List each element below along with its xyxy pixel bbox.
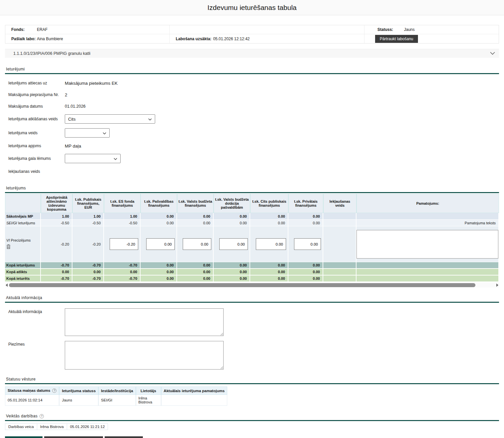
row-label: Kopā atlikts xyxy=(5,269,41,275)
cell-value: -0.50 xyxy=(104,220,141,226)
section-rule xyxy=(5,383,499,384)
municipality-input[interactable] xyxy=(146,238,175,250)
cell-value: 0.00 xyxy=(214,262,250,269)
justification-textarea[interactable] xyxy=(356,230,498,259)
row-label: SEI/GI Ieturējums xyxy=(5,220,41,226)
state-budget-input[interactable] xyxy=(183,238,211,250)
discovery-type-select[interactable]: Cits xyxy=(65,114,155,124)
horizontal-scrollbar[interactable] xyxy=(5,282,499,287)
col-header-withholding-status[interactable]: Ieturējuma statuss xyxy=(59,386,98,395)
col-header-justification: Pamatojums: xyxy=(356,194,499,213)
footer-buttons: Saglabāt Saglabāt un atgriezties Atgriez… xyxy=(5,436,499,438)
stop-editing-button[interactable]: Pārtraukt labošanu xyxy=(375,35,418,43)
cell-value: 0.00 xyxy=(72,269,104,275)
chevron-down-icon xyxy=(114,156,117,161)
cell-value: 0.00 xyxy=(177,213,214,220)
table-row-vi-adjustment: VI Precizējums -0.20 -0.20 xyxy=(5,226,499,262)
section-title-status-history: Statusu vēsture xyxy=(6,377,499,382)
request-nr-value: 2 xyxy=(65,92,67,97)
action-performed-timestamp: 05.01.2026 11:21:12 xyxy=(67,423,108,430)
info-empty-cell xyxy=(170,25,364,34)
action-performed-by-label: Darbības veica xyxy=(5,423,37,430)
table-row-total-withheld: Kopā ieturēts -0.70 -0.70 -0.70 0.00 0.0… xyxy=(5,275,499,282)
row-label: Kopā ieturēts xyxy=(5,275,41,282)
cell-value: 0.00 xyxy=(214,269,250,275)
cell-value: -0.70 xyxy=(104,275,141,282)
scroll-right-arrow[interactable] xyxy=(496,283,498,287)
cell-value: -0.70 xyxy=(72,262,104,269)
col-header-private: t.sk. Privātais finansējums xyxy=(288,194,323,213)
col-header-state-grant: t.sk. Valsts budžeta dotācija pašvaldībā… xyxy=(214,194,250,213)
col-header-status-change-date[interactable]: Statusa maiņas datums? xyxy=(5,386,59,395)
row-label: VI Precizējums xyxy=(5,226,41,262)
col-header-user[interactable]: Lietotājs xyxy=(136,386,161,395)
cell-value: 0.00 xyxy=(214,275,250,282)
save-and-return-button[interactable]: Saglabāt un atgriezties xyxy=(44,436,103,438)
status-label: Statuss: xyxy=(377,27,404,32)
col-header-approved-total: Apstiprinātā attiecināmo izdevumu kopsum… xyxy=(41,194,72,213)
scrollbar-thumb[interactable] xyxy=(9,283,475,287)
current-info-textarea[interactable] xyxy=(65,308,224,336)
cell-value: 0.00 xyxy=(288,262,323,269)
cell-value: 0.00 xyxy=(141,269,177,275)
justification-text-label: Pamatojuma teksts xyxy=(356,220,499,226)
relates-to-label: Ieturējums attiecas uz xyxy=(8,81,65,85)
table-row-sei-gi: SEI/GI Ieturējums -0.50 -0.50 -0.50 0.00… xyxy=(5,220,499,226)
cell-inclusion xyxy=(323,275,356,282)
type-select[interactable] xyxy=(65,128,110,138)
cell-value: -0.50 xyxy=(72,220,104,226)
type-label: Ieturējuma veids xyxy=(8,131,65,135)
cell-value: 0.00 xyxy=(250,269,288,275)
col-header-current-justification[interactable]: Aktuālais ieturējuma pamatojums xyxy=(161,386,227,395)
discovery-type-label: Ieturējuma atklāšanas veids xyxy=(8,117,65,121)
chevron-down-icon[interactable] xyxy=(490,51,495,56)
cell-value: 0.00 xyxy=(250,275,288,282)
status-history-row: 05.01.2026 11:02:14 Jauns SEI/GI Irēna B… xyxy=(5,395,227,406)
private-input[interactable] xyxy=(294,238,321,250)
es-fund-input[interactable] xyxy=(110,238,138,250)
action-performed-by-value: Irēna Bistrova xyxy=(37,423,67,430)
notes-textarea[interactable] xyxy=(65,341,224,370)
cell-value: 0.00 xyxy=(250,262,288,269)
project-title: 1.1.1.0/1/23/IPIA/006 PMPIG granulu katl… xyxy=(13,51,90,56)
cell-value: 0.00 xyxy=(250,213,288,220)
institution: SEI/GI xyxy=(98,395,136,406)
user: Irēna Bistrova xyxy=(136,395,161,406)
state-grant-input[interactable] xyxy=(219,238,248,250)
cell-value: 0.00 xyxy=(177,262,214,269)
section-title-current-info: Aktuālā informācija xyxy=(6,295,499,300)
section-rule xyxy=(5,302,499,303)
trash-icon[interactable] xyxy=(6,244,38,250)
cell-value: 0.00 xyxy=(214,220,250,226)
scroll-left-arrow[interactable] xyxy=(6,283,8,287)
payment-date-label: Maksājuma datums xyxy=(8,104,65,109)
header-info-panel: Fonds: ERAF Statuss: Jauns Pašlaik labo:… xyxy=(5,25,499,44)
scope-value: MP daļa xyxy=(65,144,81,149)
col-header-institution[interactable]: Iestāde/Institūcija xyxy=(98,386,136,395)
cell-value: 0.00 xyxy=(288,269,323,275)
fonds-label: Fonds: xyxy=(11,27,37,32)
editing-started-cell: Labošana uzsākta: 05.01.2026 12:12:42 xyxy=(170,34,364,43)
status-cell: Statuss: Jauns xyxy=(364,25,499,34)
cell-value: 1.00 xyxy=(104,213,141,220)
project-accordion[interactable]: 1.1.1.0/1/23/IPIA/006 PMPIG granulu katl… xyxy=(5,49,499,58)
status-change-date: 05.01.2026 11:02:14 xyxy=(5,395,59,406)
page-title: Izdevumu ieturēšanas tabula xyxy=(207,4,297,12)
actions-performed-row: Darbības veica Irēna Bistrova 05.01.2026… xyxy=(5,423,499,430)
cell-value: 0.00 xyxy=(141,275,177,282)
status-history-table: Statusa maiņas datums? Ieturējuma status… xyxy=(5,386,227,406)
save-button[interactable]: Saglabāt xyxy=(5,436,43,438)
other-public-input[interactable] xyxy=(256,238,286,250)
col-header-public-funding: t.sk. Publiskais finansējums, EUR xyxy=(72,194,104,213)
cell-value: -0.70 xyxy=(41,262,72,269)
cell-value: 0.00 xyxy=(141,213,177,220)
current-justification xyxy=(161,395,227,406)
return-button[interactable]: Atgriezties xyxy=(105,436,143,438)
final-decision-select[interactable] xyxy=(65,154,121,163)
cell-value: 0.00 xyxy=(288,213,323,220)
cell-value: 0.00 xyxy=(41,269,72,275)
scrollbar-track[interactable] xyxy=(9,283,495,287)
cell-value: 0.00 xyxy=(141,220,177,226)
title-bar: Izdevumu ieturēšanas tabula xyxy=(0,0,504,15)
amounts-table: Apstiprinātā attiecināmo izdevumu kopsum… xyxy=(5,194,499,282)
